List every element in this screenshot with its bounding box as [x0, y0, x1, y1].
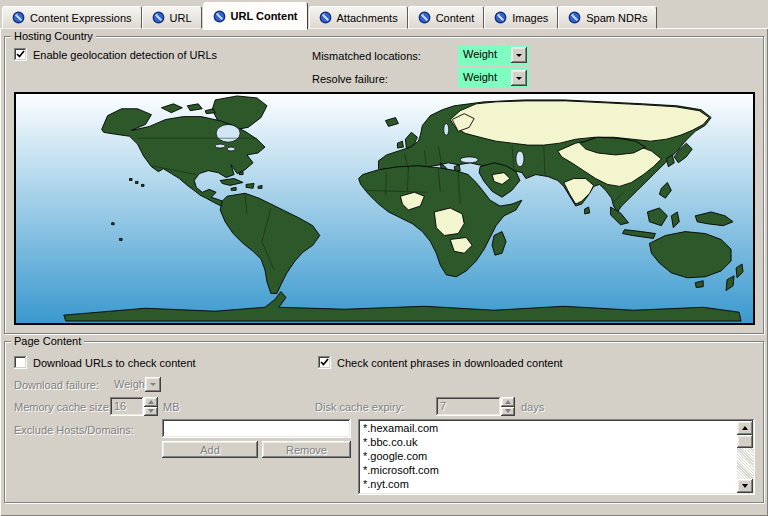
exclude-hosts-list-items: *.hexamail.com*.bbc.co.uk*.google.com*.m… [360, 421, 737, 493]
tab-url-content[interactable]: URL Content [203, 2, 308, 30]
list-item[interactable]: *.microsoft.com [360, 463, 737, 477]
resolve-failure-label: Resolve failure: [312, 73, 388, 86]
exclude-hosts-list[interactable]: *.hexamail.com*.bbc.co.uk*.google.com*.m… [358, 419, 755, 495]
highlighted-region-india [564, 179, 594, 205]
tab-spam-ndrs[interactable]: Spam NDRs [558, 6, 657, 29]
blocked-orb-icon [12, 11, 25, 24]
disk-cache-input: 7 [436, 397, 501, 416]
list-item[interactable]: *.bbc.co.uk [360, 435, 737, 449]
checkmark-icon [320, 358, 329, 367]
landmass-madagascar [492, 232, 506, 256]
blocked-orb-icon [418, 11, 431, 24]
blocked-orb-icon [319, 11, 332, 24]
landmass-new-guinea [695, 212, 733, 226]
download-urls-checkbox[interactable] [14, 356, 27, 369]
tab-content-expressions[interactable]: Content Expressions [2, 6, 142, 29]
hudson-bay [216, 124, 240, 142]
landmass-borneo [647, 208, 667, 226]
tab-images[interactable]: Images [484, 6, 558, 29]
blocked-orb-icon [152, 11, 165, 24]
mismatched-locations-select[interactable]: Weight [458, 45, 529, 65]
tab-label: Attachments [337, 12, 398, 24]
memory-cache-stepper [144, 397, 158, 416]
disk-cache-stepper [501, 397, 515, 416]
chevron-down-icon [516, 54, 522, 60]
tab-label: URL [170, 12, 192, 24]
world-map [14, 92, 755, 325]
chevron-down-icon [516, 77, 522, 83]
memory-cache-input: 16 [110, 397, 144, 416]
enable-geolocation-checkbox[interactable] [14, 48, 27, 61]
mismatched-locations-label: Mismatched locations: [312, 50, 421, 63]
list-item[interactable]: *.hexamail.com [360, 421, 737, 435]
tab-label: Content [436, 12, 475, 24]
list-item[interactable]: *.nyt.com [360, 477, 737, 491]
disk-cache-label: Disk cache expiry: [315, 401, 404, 414]
world-map-svg [16, 94, 753, 323]
blocked-orb-icon [494, 11, 507, 24]
highlighted-region-russia [450, 101, 709, 145]
spin-down-button [501, 407, 515, 417]
scroll-up-button[interactable] [737, 421, 753, 435]
triangle-down-icon [148, 409, 154, 416]
scrollbar-thumb[interactable] [737, 435, 753, 448]
black-sea [460, 157, 478, 163]
landmass-iceland [385, 118, 398, 127]
check-phrases-checkbox[interactable] [318, 356, 331, 369]
landmass-cuba [220, 179, 243, 186]
download-urls-label: Download URLs to check content [33, 357, 196, 370]
hawaii-islands [130, 179, 132, 181]
tab-bar: Content ExpressionsURLURL ContentAttachm… [0, 0, 768, 29]
disk-cache-unit: days [521, 401, 544, 414]
list-item[interactable]: *.google.com [360, 449, 737, 463]
scroll-down-button[interactable] [737, 479, 753, 493]
check-phrases-label: Check content phrases in downloaded cont… [337, 357, 563, 370]
memory-cache-unit: MB [163, 401, 180, 414]
blocked-orb-icon [568, 11, 581, 24]
baltic-sea [444, 123, 449, 135]
checkmark-icon [16, 50, 25, 59]
triangle-up-icon [505, 397, 511, 404]
resolve-failure-select[interactable]: Weight [458, 68, 529, 88]
exclude-hosts-input[interactable] [162, 419, 351, 438]
triangle-down-icon [505, 409, 511, 416]
landmass-antarctica [64, 292, 741, 321]
add-button[interactable]: Add [162, 441, 258, 458]
hosting-country-title: Hosting Country [11, 30, 96, 43]
dropdown-button[interactable] [511, 70, 527, 86]
caspian-sea [516, 151, 524, 167]
triangle-up-icon [148, 397, 154, 404]
landmass-philippines [659, 182, 671, 198]
download-failure-label: Download failure: [14, 379, 99, 392]
dropdown-button[interactable] [511, 47, 527, 63]
landmass-australia [649, 232, 731, 278]
tab-label: Spam NDRs [586, 12, 647, 24]
vertical-scrollbar[interactable] [737, 421, 753, 493]
triangle-down-icon [742, 484, 748, 491]
tab-label: Images [512, 12, 548, 24]
tab-label: URL Content [231, 10, 298, 22]
blocked-orb-icon [213, 10, 226, 23]
spin-down-button [144, 407, 158, 417]
dropdown-button [145, 377, 161, 392]
spin-up-button [144, 397, 158, 407]
tab-label: Content Expressions [30, 12, 132, 24]
tab-url[interactable]: URL [142, 6, 202, 29]
page-content-title: Page Content [11, 335, 84, 348]
chevron-down-icon [150, 383, 156, 389]
exclude-hosts-label: Exclude Hosts/Domains: [14, 424, 134, 437]
tab-content[interactable]: Content [408, 6, 485, 29]
remove-button[interactable]: Remove [262, 441, 351, 458]
download-failure-select: Weight [110, 375, 163, 394]
enable-geolocation-label: Enable geolocation detection of URLs [33, 49, 217, 62]
url-content-settings-window: Content ExpressionsURLURL ContentAttachm… [0, 0, 768, 516]
landmass-south-america [220, 193, 320, 293]
tab-attachments[interactable]: Attachments [309, 6, 408, 29]
spin-up-button [501, 397, 515, 407]
memory-cache-label: Memory cache size: [14, 401, 112, 414]
triangle-up-icon [742, 423, 748, 430]
